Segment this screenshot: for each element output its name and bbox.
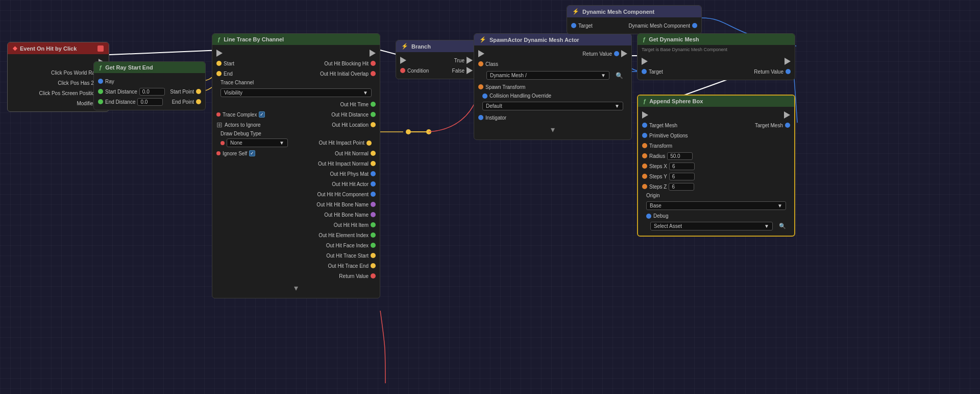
ignore-self-checkbox[interactable]: ✓ (249, 150, 255, 156)
trace-complex-checkbox[interactable]: ✓ (259, 111, 265, 118)
ray-pin (98, 79, 103, 84)
class-label: Class (485, 61, 498, 67)
spawn-returnval-label: Return Value (582, 51, 612, 57)
transform-label: Spawn Transform (485, 84, 525, 90)
dropdown-arrow: ▼ (363, 90, 368, 96)
enddist-label: End Distance (105, 99, 135, 105)
instigator-label: Instigator (485, 115, 506, 121)
trace-pin-bone: Out Hit Bone Name (212, 210, 380, 220)
append-exec-in (642, 111, 648, 119)
out-phys-pin (371, 171, 376, 176)
base-value: Base (650, 203, 662, 208)
class-value: Dynamic Mesh / (490, 73, 527, 78)
trace-pin-traceend: Out Hit Trace End (212, 261, 380, 271)
trace-channel-row: Trace Channel Visibility ▼ (212, 79, 380, 99)
class-dropdown-arrow: ▼ (601, 73, 606, 78)
out-time-label: Out Hit Time (340, 102, 369, 107)
event-icon: ◆ (13, 45, 17, 52)
getmesh-header: ƒ Get Dynamic Mesh (638, 34, 795, 45)
trace-pin-tracestart: Out Hit Trace Start (212, 250, 380, 261)
dyncomp-pin-row: Target Dynamic Mesh Component (567, 20, 701, 31)
getmesh-exec-out (785, 58, 791, 65)
branch-exec-true: True (396, 55, 477, 65)
startdist-label: Start Distance (105, 89, 137, 95)
append-stepsy-label: Steps Y (649, 174, 667, 179)
append-debug-row: Debug Select Asset ▼ 🔍 (638, 212, 794, 233)
append-origin-dropdown[interactable]: Base ▼ (646, 201, 786, 210)
none-value: None (230, 140, 242, 146)
select-asset-value: Select Asset (654, 223, 682, 229)
append-radius-row: Radius 50.0 (638, 151, 794, 161)
out-actor-pin (371, 181, 376, 187)
trace-pin-return: Return Value (212, 271, 380, 281)
trace-pin-start-blocking: Start Out Hit Blocking Hit (212, 58, 380, 68)
append-debug-pin (646, 214, 651, 219)
debug-search-icon[interactable]: 🔍 (779, 223, 786, 229)
spawn-expand[interactable]: ▾ (474, 123, 631, 136)
append-origin-row: Origin Base ▼ (638, 192, 794, 212)
collision-dropdown[interactable]: Default ▼ (482, 102, 623, 110)
start-label: Start (224, 61, 234, 66)
out-face-pin (371, 243, 376, 248)
out-element-label: Out Hit Element Index (318, 233, 369, 238)
getmesh-return-label: Return Value (754, 69, 783, 75)
endpoint-label: End Point (172, 99, 194, 105)
out-item-pin (371, 222, 376, 227)
out-loc-label: Out Hit Location (332, 122, 369, 128)
dyncomp-header: ⚡ Dynamic Mesh Component (567, 6, 701, 17)
branch-body: True Condition False (396, 52, 477, 79)
append-targetmesh-pin-out (785, 123, 790, 128)
class-dropdown[interactable]: Dynamic Mesh / ▼ (486, 71, 609, 80)
append-stepsy-value[interactable]: 6 (669, 173, 695, 180)
class-search-icon[interactable]: 🔍 (616, 72, 623, 79)
append-stepsx-value[interactable]: 6 (669, 163, 695, 170)
out-item-label: Out Hit Hit Item (334, 222, 369, 228)
out-impact-label: Out Hit Impact Point (319, 140, 364, 146)
out-dist-label: Out Hit Distance (331, 112, 369, 118)
append-exec-out (784, 111, 790, 119)
end-label: End (224, 71, 233, 77)
enddist-value[interactable]: 0.0 (137, 98, 163, 106)
append-stepsz-row: Steps Z 6 (638, 181, 794, 192)
collision-arrow: ▼ (615, 103, 620, 109)
append-radius-pin (642, 153, 647, 158)
spawn-node: ⚡ SpawnActor Dynamic Mesh Actor Return V… (474, 33, 632, 140)
draw-debug-dropdown[interactable]: None ▼ (227, 138, 288, 147)
spawn-collision-row: Collision Handling Override Default ▼ (474, 92, 631, 112)
out-bone-pin (371, 212, 376, 217)
append-radius-value[interactable]: 50.0 (667, 152, 693, 160)
class-pin (478, 61, 483, 66)
append-debug-asset[interactable]: Select Asset ▼ (650, 222, 773, 230)
trace-pin-time: Out Hit Time (212, 99, 380, 109)
append-targetmesh-label: Target Mesh (649, 123, 677, 128)
branch-true-pin (467, 57, 473, 64)
out-bone-label: Out Hit Bone Name (324, 212, 369, 218)
out-normal-pin (371, 151, 376, 156)
trace-channel-dropdown[interactable]: Visibility ▼ (220, 88, 372, 97)
getmesh-exec-row (638, 56, 795, 66)
append-title: Append Sphere Box (649, 98, 703, 104)
startdist-value[interactable]: 0.0 (139, 88, 165, 96)
trace-expand[interactable]: ▾ (212, 281, 380, 295)
trace-complex-pin (216, 112, 220, 117)
ray-title: Get Ray Start End (105, 64, 153, 71)
append-radius-label: Radius (649, 153, 665, 159)
trace-pin-phys: Out Hit Phys Mat (212, 169, 380, 179)
branch-node: ⚡ Branch True Condition False (396, 40, 477, 79)
getmesh-target-label: Target (649, 69, 663, 75)
transform-pin (478, 84, 483, 89)
append-node: ƒ Append Sphere Box Target Mesh Target M… (637, 95, 795, 237)
trace-pin-end-overlap: End Out Hit Initial Overlap (212, 68, 380, 79)
append-stepsz-value[interactable]: 6 (669, 183, 694, 191)
getmesh-node: ƒ Get Dynamic Mesh Target is Base Dynami… (637, 33, 795, 80)
append-targetmesh-row: Target Mesh Target Mesh (638, 120, 794, 130)
ray-node: ƒ Get Ray Start End Ray Start Distance 0… (93, 61, 206, 110)
append-icon: ƒ (643, 98, 646, 104)
close-icon[interactable] (97, 45, 104, 52)
condition-label: Condition (407, 68, 429, 74)
append-targetmesh-out-label: Target Mesh (755, 123, 783, 128)
trace-pin-component: Out Hit Hit Component (212, 189, 380, 199)
end-pin (216, 71, 222, 76)
debug-dropdown-arrow: ▼ (279, 140, 284, 146)
getmesh-return-pin (786, 69, 791, 74)
